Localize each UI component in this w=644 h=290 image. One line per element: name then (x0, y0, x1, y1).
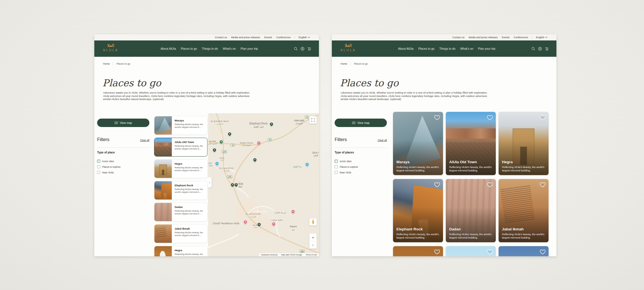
heart-icon[interactable] (434, 115, 440, 121)
map-pin[interactable] (270, 122, 273, 126)
place-card[interactable] (499, 246, 549, 256)
place-card[interactable]: AlUla Old Town Reflecting AlUla's beauty… (446, 112, 496, 175)
checkbox[interactable] (335, 171, 338, 174)
heart-icon[interactable] (434, 249, 440, 256)
breadcrumb-separator: │ (350, 62, 351, 65)
utility-link[interactable]: Media and press releases (469, 36, 498, 39)
view-map-button[interactable]: View map (97, 119, 149, 127)
map-canvas[interactable]: ALSHARA'BAH الشراعية Elephant Rock جبل ا… (208, 113, 319, 256)
breadcrumb-home[interactable]: Home (341, 62, 347, 65)
place-text: Maraya Reflecting AlUla's beauty, the wo… (172, 116, 207, 135)
header-icons (294, 40, 311, 57)
attribution-link[interactable]: Keyboard shortcuts (261, 254, 278, 256)
place-card[interactable] (393, 246, 443, 256)
heart-icon[interactable] (487, 115, 493, 121)
heart-icon[interactable] (487, 249, 493, 256)
utility-link[interactable]: Events (264, 36, 272, 39)
place-card[interactable]: Maraya Reflecting AlUla's beauty, the wo… (393, 112, 443, 175)
heart-icon[interactable] (540, 115, 546, 121)
nav-link[interactable]: About AlUla (398, 47, 414, 50)
filter-option[interactable]: Places to explore (97, 165, 120, 168)
nav-link[interactable]: Things to do (439, 47, 456, 50)
place-card[interactable]: Jabal Ikmah Reflecting AlUla's beauty, t… (499, 179, 549, 242)
map-pin[interactable] (257, 223, 261, 226)
map-pin[interactable] (220, 140, 223, 144)
map-pin[interactable] (231, 183, 234, 187)
utility-link[interactable]: Events (502, 36, 510, 39)
account-icon[interactable] (301, 47, 304, 51)
place-list-item[interactable]: Hegra Reflecting AlUla's beauty, the wor… (154, 159, 207, 178)
map-pin[interactable] (234, 183, 238, 187)
nav-link[interactable]: Plan your trip (241, 47, 258, 50)
clear-all-link[interactable]: Clear all (140, 139, 149, 142)
place-card[interactable] (446, 246, 496, 256)
map-pin[interactable] (253, 158, 257, 162)
place-list-item[interactable]: Jabal Ikmah Reflecting AlUla's beauty, t… (154, 224, 207, 243)
fullscreen-button[interactable] (309, 116, 317, 124)
map-pin[interactable] (291, 210, 295, 213)
utility-link[interactable]: Media and press releases (231, 36, 260, 39)
language-selector[interactable]: English (298, 36, 310, 39)
map-pin[interactable] (228, 132, 232, 136)
filter-option[interactable]: Near AlUla (97, 171, 120, 174)
view-map-button[interactable]: View map (335, 119, 387, 127)
cart-icon[interactable] (545, 47, 549, 51)
utility-link[interactable]: Contact us (452, 36, 464, 39)
place-list-item[interactable]: Dadan Reflecting AlUla's beauty, the wor… (154, 203, 207, 221)
clear-all-link[interactable]: Clear all (378, 139, 387, 142)
checkbox[interactable] (97, 171, 100, 174)
map-pin[interactable] (305, 162, 309, 166)
cart-icon[interactable] (307, 47, 311, 51)
place-list-item[interactable]: Maraya Reflecting AlUla's beauty, the wo… (154, 116, 207, 135)
nav-link[interactable]: Plan your trip (478, 47, 495, 50)
pegman-icon[interactable] (309, 218, 317, 226)
nav-link[interactable]: Things to do (202, 47, 218, 50)
attribution-link[interactable]: Terms of Use (306, 254, 317, 256)
filter-option[interactable]: Iconic sites (335, 160, 358, 163)
filter-option[interactable]: Near AlUla (335, 171, 358, 174)
collapse-list-button[interactable]: ‹ (208, 177, 212, 187)
nav-link[interactable]: What's on (223, 47, 236, 50)
map-pin[interactable] (215, 162, 219, 165)
place-card[interactable]: Dadan Reflecting AlUla's beauty, the wor… (446, 179, 496, 242)
nav-link[interactable]: Places to go (181, 47, 197, 50)
alula-logo[interactable]: العلا ALULA (103, 43, 118, 52)
nav-link[interactable]: Places to go (418, 47, 435, 50)
checkbox[interactable] (335, 165, 338, 168)
alula-logo[interactable]: العلا ALULA (341, 43, 356, 52)
card-title: Elephant Rock (396, 227, 440, 231)
attribution-link[interactable]: Map data ©2023 Google (281, 254, 302, 256)
heart-icon[interactable] (540, 249, 546, 256)
place-list-item[interactable]: Hegra Reflecting AlUla's beauty, the wor… (154, 246, 207, 256)
heart-icon[interactable] (487, 182, 493, 189)
zoom-out-button[interactable]: − (309, 241, 317, 248)
search-icon[interactable] (531, 47, 535, 51)
place-list-item[interactable]: AlUla Old Town Reflecting AlUla's beauty… (154, 138, 207, 157)
zoom-in-button[interactable]: + (309, 234, 317, 241)
checkbox[interactable] (335, 160, 338, 163)
language-selector[interactable]: English (536, 36, 547, 39)
account-icon[interactable] (538, 47, 542, 51)
checkbox[interactable] (97, 165, 100, 168)
nav-link[interactable]: About AlUla (161, 47, 176, 50)
place-card[interactable]: Elephant Rock Reflecting AlUla's beauty,… (393, 179, 443, 242)
utility-link[interactable]: Conferences (276, 36, 291, 39)
filter-option-label: Iconic sites (340, 160, 351, 163)
place-card[interactable]: Hegra Reflecting AlUla's beauty, the wor… (499, 112, 549, 175)
utility-link[interactable]: Conferences (514, 36, 528, 39)
checkbox[interactable] (97, 160, 100, 163)
map-pin[interactable] (213, 148, 216, 152)
utility-link[interactable]: Contact us (215, 36, 227, 39)
breadcrumb-home[interactable]: Home (103, 62, 110, 65)
heart-icon[interactable] (434, 182, 440, 189)
search-icon[interactable] (294, 47, 298, 51)
map-pin[interactable] (272, 222, 276, 226)
filter-option[interactable]: Places to explore (335, 165, 358, 168)
map-pin[interactable] (257, 141, 261, 145)
filter-option[interactable]: Iconic sites (97, 160, 120, 163)
heart-icon[interactable] (540, 182, 546, 189)
place-text: Elephant Rock Reflecting AlUla's beauty,… (172, 181, 207, 200)
nav-link[interactable]: What's on (460, 47, 473, 50)
map-pin[interactable] (244, 220, 247, 224)
place-list-item[interactable]: Elephant Rock Reflecting AlUla's beauty,… (154, 181, 207, 200)
